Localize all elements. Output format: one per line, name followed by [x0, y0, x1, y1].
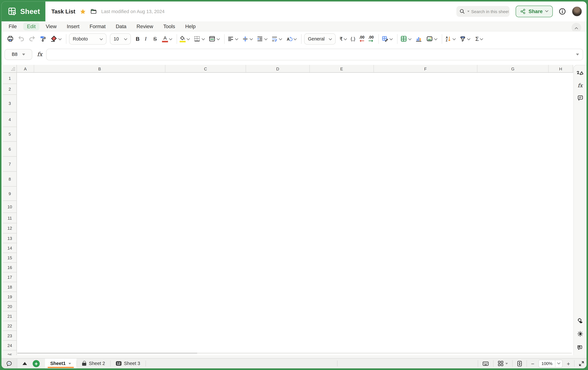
merge-dropdown-icon[interactable] — [217, 37, 220, 40]
borders-button[interactable] — [194, 35, 205, 42]
undo-button[interactable] — [18, 35, 25, 42]
view-settings-icon[interactable] — [577, 317, 584, 324]
row-header-24[interactable]: 24 — [3, 340, 17, 350]
font-family-select[interactable]: Roboto — [69, 33, 106, 44]
text-rotation-dropdown-icon[interactable] — [294, 37, 297, 40]
table-dropdown-icon[interactable] — [408, 37, 411, 40]
virtual-keyboard-icon[interactable] — [482, 361, 489, 366]
freeze-panes-button[interactable] — [498, 360, 508, 366]
menu-item-help[interactable]: Help — [185, 23, 196, 29]
row-header-13[interactable]: 13 — [3, 233, 17, 243]
strikethrough-button[interactable]: S — [153, 36, 157, 42]
merge-cells-button[interactable] — [209, 35, 220, 42]
row-header-18[interactable]: 18 — [3, 282, 17, 292]
row-header-19[interactable]: 19 — [3, 292, 17, 301]
functions-button[interactable]: Σ — [475, 36, 483, 42]
row-header-11[interactable]: 11 — [3, 213, 17, 223]
zoom-level-control[interactable]: 100% — [538, 360, 563, 367]
text-wrap-dropdown-icon[interactable] — [279, 37, 282, 40]
column-header-A[interactable]: A — [17, 65, 34, 73]
menu-item-format[interactable]: Format — [90, 23, 106, 29]
menu-item-insert[interactable]: Insert — [67, 23, 79, 29]
increase-decimal-button[interactable]: .00 — [368, 35, 374, 42]
indent-dropdown-icon[interactable] — [264, 37, 267, 40]
redo-button[interactable] — [29, 35, 36, 42]
format-painter-button[interactable] — [39, 35, 46, 42]
formula-input-area[interactable] — [46, 49, 583, 60]
sheet-canvas[interactable] — [17, 73, 573, 355]
row-header-14[interactable]: 14 — [3, 243, 17, 253]
formula-input[interactable] — [50, 52, 576, 57]
font-color-button[interactable]: A — [162, 35, 172, 42]
decrease-decimal-button[interactable]: .00 — [359, 35, 365, 42]
row-header-21[interactable]: 21 — [3, 311, 17, 321]
currency-dropdown-icon[interactable] — [344, 37, 347, 40]
menu-item-edit[interactable]: Edit — [23, 22, 39, 30]
conditional-format-dropdown-icon[interactable] — [389, 37, 392, 40]
favorite-star-icon[interactable] — [80, 8, 86, 14]
user-avatar[interactable] — [572, 6, 582, 17]
text-wrap-button[interactable] — [271, 35, 282, 42]
horizontal-align-dropdown-icon[interactable] — [235, 37, 238, 40]
row-header-6[interactable]: 6 — [3, 142, 17, 157]
appearance-icon[interactable] — [577, 330, 584, 337]
horizontal-align-button[interactable] — [227, 35, 238, 42]
zoom-out-button[interactable]: − — [531, 360, 534, 367]
row-header-16[interactable]: 16 — [3, 263, 17, 272]
zoom-in-button[interactable]: + — [567, 360, 570, 367]
row-header-3[interactable]: 3 — [3, 95, 17, 113]
row-header-22[interactable]: 22 — [3, 321, 17, 331]
row-header-12[interactable]: 12 — [3, 223, 17, 234]
font-color-dropdown-icon[interactable] — [169, 37, 172, 40]
menu-item-data[interactable]: Data — [116, 23, 126, 29]
search-input[interactable] — [471, 9, 509, 14]
insert-image-button[interactable] — [426, 35, 437, 42]
app-logo[interactable]: Sheet — [1, 1, 45, 21]
bold-button[interactable]: B — [136, 36, 139, 42]
freeze-panes-dropdown-icon[interactable] — [505, 363, 508, 364]
cell-name-box[interactable]: B8 — [5, 49, 32, 60]
row-header-7[interactable]: 7 — [3, 157, 17, 172]
horizontal-scrollbar-thumb[interactable] — [17, 353, 197, 354]
document-title[interactable]: Task List — [51, 8, 75, 15]
sheet-list-button[interactable] — [22, 362, 27, 365]
menu-item-file[interactable]: File — [9, 23, 17, 29]
horizontal-scrollbar[interactable] — [17, 353, 572, 354]
filter-button[interactable] — [459, 35, 470, 42]
vertical-align-dropdown-icon[interactable] — [250, 37, 253, 40]
image-dropdown-icon[interactable] — [434, 37, 437, 40]
column-header-H[interactable]: H — [549, 65, 573, 73]
row-header-8[interactable]: 8 — [3, 172, 17, 187]
row-header-5[interactable]: 5 — [3, 127, 17, 142]
borders-dropdown-icon[interactable] — [202, 37, 205, 40]
row-header-9[interactable]: 9 — [3, 187, 17, 201]
menu-item-tools[interactable]: Tools — [163, 23, 175, 29]
sheet-tab-sheet2[interactable]: Sheet 2 — [77, 359, 110, 368]
sort-button[interactable]: A Z — [445, 35, 455, 42]
row-header-25[interactable]: 25 — [3, 350, 17, 355]
folder-icon[interactable] — [90, 9, 97, 14]
sheet-tab-sheet3[interactable]: 12Sheet 3 — [111, 359, 145, 368]
print-button[interactable] — [7, 35, 14, 42]
insert-table-button[interactable] — [400, 35, 411, 42]
indent-button[interactable] — [257, 35, 267, 42]
sort-dropdown-icon[interactable] — [452, 37, 455, 40]
currency-format-button[interactable]: ₹ — [339, 36, 347, 42]
row-header-2[interactable]: 2 — [3, 84, 17, 95]
row-header-20[interactable]: 20 — [3, 302, 17, 311]
chat-button[interactable] — [1, 359, 17, 368]
menu-item-view[interactable]: View — [46, 23, 57, 29]
eraser-dropdown-icon[interactable] — [58, 37, 62, 40]
text-rotation-button[interactable]: A — [286, 35, 297, 42]
fullscreen-icon[interactable] — [579, 361, 584, 366]
comma-format-button[interactable]: (,) — [351, 36, 355, 41]
fill-color-dropdown-icon[interactable] — [187, 37, 190, 40]
search-options-dropdown-icon[interactable] — [467, 11, 470, 12]
column-header-B[interactable]: B — [34, 65, 165, 73]
italic-button[interactable]: I — [145, 36, 147, 42]
info-icon[interactable] — [559, 8, 566, 15]
filter-dropdown-icon[interactable] — [467, 37, 470, 40]
row-header-10[interactable]: 10 — [3, 201, 17, 213]
conditional-format-button[interactable] — [381, 35, 392, 42]
row-header-1[interactable]: 1 — [3, 73, 17, 84]
